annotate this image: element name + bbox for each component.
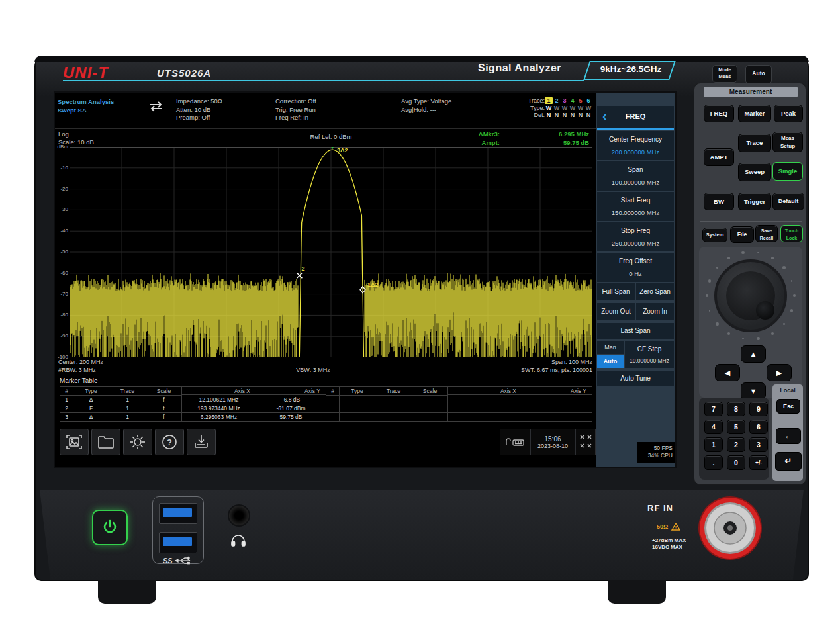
power-button[interactable]	[92, 510, 128, 545]
impedance-label: Impedance: 50Ω	[176, 97, 222, 106]
meas-setup-hardkey[interactable]: Meas Setup	[772, 132, 803, 152]
file-manager-button[interactable]	[91, 429, 120, 455]
keypad-plusminus[interactable]: +/-	[749, 455, 768, 470]
single-hardkey[interactable]: Single	[772, 162, 803, 181]
touch-lock-hardkey[interactable]: Touch Lock	[780, 225, 803, 242]
menu-item-freq-offset[interactable]: Freq Offset0 Hz	[597, 253, 674, 282]
marker-header-: #	[326, 387, 340, 396]
menu-item-span[interactable]: Span100.000000 MHz	[597, 161, 674, 191]
correction-settings[interactable]: Correction: Off Trig: Free Run Freq Ref:…	[275, 97, 316, 122]
usb-port-1[interactable]	[159, 503, 197, 524]
marker-row2-right-col4	[448, 404, 522, 413]
y-tick--20: -20	[55, 186, 68, 192]
headphone-jack[interactable]	[228, 504, 250, 527]
menu-item-stop-freq[interactable]: Stop Freq250.000000 MHz	[597, 222, 674, 251]
marker-header-axisy: Axis Y	[256, 387, 326, 395]
full-span-button[interactable]: Full Span	[597, 283, 635, 300]
keypad-0[interactable]: 0	[727, 455, 745, 470]
rf-impedance-label: 50Ω !	[657, 523, 680, 531]
chassis-top-rim	[34, 56, 809, 62]
arrow-up-key[interactable]: ▲	[741, 345, 766, 363]
continuous-sweep-icon[interactable]	[148, 99, 165, 116]
zoom-in-button[interactable]: Zoom In	[636, 303, 674, 320]
cf-step-button[interactable]: CF Step 10.000000 MHz	[625, 341, 674, 368]
zero-span-button[interactable]: Zero Span	[636, 283, 674, 300]
keypad-9[interactable]: 9	[749, 402, 768, 416]
keypad-dot[interactable]: .	[704, 455, 723, 470]
avg-settings[interactable]: Avg Type: Voltage Avg|Hold: ---	[401, 97, 451, 114]
file-hardkey[interactable]: File	[730, 226, 754, 243]
default-hardkey[interactable]: Default	[772, 193, 804, 210]
auto-button[interactable]: Auto	[745, 65, 772, 84]
keypad-5[interactable]: 5	[727, 420, 745, 434]
trace-3-indicator[interactable]: 3	[561, 97, 569, 104]
menu-title-bar[interactable]: ‹ FREQ	[597, 106, 674, 130]
peak-hardkey[interactable]: Peak	[774, 105, 803, 122]
mode-line2: Swept SA	[58, 107, 114, 115]
menu-item-center-frequency[interactable]: Center Frequency200.000000 MHz	[597, 131, 674, 160]
zoom-out-button[interactable]: Zoom Out	[597, 303, 635, 320]
screenshot-button[interactable]	[60, 429, 89, 455]
save-button[interactable]	[187, 429, 216, 455]
trace-hardkey[interactable]: Trace	[738, 134, 771, 152]
keypad-4[interactable]: 4	[704, 420, 723, 434]
sweep-hardkey[interactable]: Sweep	[738, 163, 771, 181]
marker-hardkey[interactable]: Marker	[738, 105, 771, 122]
keypad-3[interactable]: 3	[749, 437, 768, 452]
esc-key[interactable]: Esc	[776, 399, 800, 414]
trace-6-indicator[interactable]: 6	[584, 97, 592, 104]
annotation-tools[interactable]	[575, 429, 596, 455]
keypad-6[interactable]: 6	[749, 420, 768, 434]
settings-button[interactable]	[123, 429, 152, 455]
auto-tune-button[interactable]: Auto Tune	[597, 371, 674, 386]
keypad-1[interactable]: 1	[704, 437, 723, 452]
clock-status[interactable]: 15:06 2023-08-10	[530, 429, 575, 455]
menu-item-label: Start Freq	[597, 197, 674, 204]
menu-item-value: 0 Hz	[597, 270, 674, 277]
folder-icon	[97, 433, 115, 451]
usb-port-2[interactable]	[159, 532, 197, 553]
screenshot-icon	[66, 433, 83, 451]
input-settings[interactable]: Impedance: 50Ω Atten: 10 dB Preamp: Off	[176, 97, 222, 122]
trace-4-indicator[interactable]: 4	[569, 97, 577, 104]
bw-hardkey[interactable]: BW	[704, 193, 734, 210]
ampt-hardkey[interactable]: AMPT	[704, 148, 734, 166]
trace-5-indicator[interactable]: 5	[577, 97, 584, 104]
auto-option[interactable]: Auto	[597, 355, 624, 368]
trace-1-indicator[interactable]: 1	[545, 97, 553, 104]
system-hardkey[interactable]: System	[702, 228, 727, 242]
man-option[interactable]: Man	[597, 341, 624, 354]
knob-finger-dimple[interactable]	[756, 301, 774, 320]
help-icon: ?	[161, 433, 178, 451]
trace-type-5: W	[577, 105, 584, 111]
cf-step-mode-toggle[interactable]: Man Auto	[597, 341, 624, 368]
spectrum-graph[interactable]: 21Δ23Δ2	[70, 147, 592, 357]
enter-key[interactable]: ↵	[775, 452, 802, 471]
trigger-hardkey[interactable]: Trigger	[738, 193, 771, 210]
backspace-key[interactable]: ←	[776, 428, 801, 444]
save-recall-hardkey[interactable]: Save Recall	[755, 225, 778, 242]
marker-row1-col4: 12.100621 MHz	[182, 396, 256, 404]
help-button[interactable]: ?	[155, 429, 184, 455]
cpu-value: 34% CPU	[637, 452, 673, 459]
marker-row1-right-col4	[448, 396, 522, 404]
last-span-button[interactable]: Last Span	[597, 323, 674, 339]
rf-in-connector[interactable]	[697, 495, 763, 561]
save-recall-line1: Save	[756, 227, 777, 234]
mode-meas-button[interactable]: Mode Meas	[712, 65, 737, 83]
trace-2-indicator[interactable]: 2	[553, 97, 561, 104]
menu-item-start-freq[interactable]: Start Freq150.000000 MHz	[597, 192, 674, 221]
keypad-2[interactable]: 2	[727, 437, 745, 452]
device-foot-left	[98, 580, 156, 604]
freq-hardkey[interactable]: FREQ	[704, 105, 734, 122]
arrow-left-key[interactable]: ◀	[715, 364, 740, 381]
usb-keyboard-icon	[504, 437, 526, 447]
marker-header-scale: Scale	[146, 387, 182, 396]
marker-row2-col1: F	[73, 404, 109, 413]
arrow-right-key[interactable]: ▶	[767, 364, 792, 381]
keypad-7[interactable]: 7	[704, 402, 723, 416]
knob-dot	[793, 294, 796, 297]
max-power: +27dBm MAX	[652, 537, 686, 544]
measurement-mode[interactable]: Spectrum Analysis Swept SA	[58, 98, 114, 114]
keypad-8[interactable]: 8	[727, 402, 745, 416]
